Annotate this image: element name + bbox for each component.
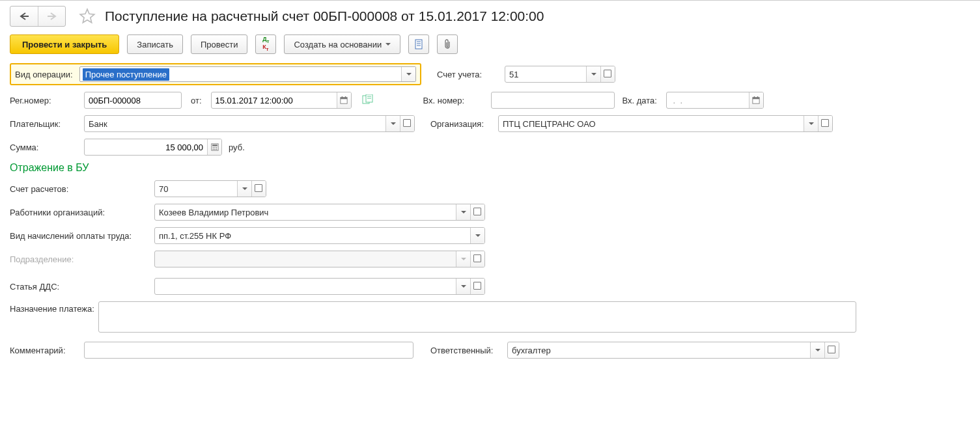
payer-field[interactable]: Банк bbox=[84, 115, 415, 132]
currency-label: руб. bbox=[229, 143, 245, 152]
subdivision-value bbox=[155, 251, 456, 267]
sum-input[interactable] bbox=[85, 139, 207, 155]
document-icon bbox=[413, 39, 424, 49]
organization-dropdown-button[interactable] bbox=[804, 116, 818, 131]
subdivision-dropdown-button bbox=[456, 251, 470, 267]
in-date-field[interactable] bbox=[666, 92, 764, 109]
document-icon-button[interactable] bbox=[408, 34, 429, 54]
subdivision-label: Подразделение: bbox=[10, 254, 154, 264]
in-number-field[interactable] bbox=[491, 92, 615, 109]
settlement-account-open-button[interactable] bbox=[251, 181, 266, 197]
reg-number-label: Рег.номер: bbox=[10, 96, 84, 105]
create-based-on-button[interactable]: Создать на основании bbox=[284, 34, 400, 54]
paperclip-icon bbox=[443, 39, 452, 49]
svg-point-20 bbox=[212, 147, 214, 148]
payment-purpose-textarea[interactable] bbox=[98, 301, 856, 333]
responsible-label: Ответственный: bbox=[430, 346, 507, 355]
payer-dropdown-button[interactable] bbox=[385, 116, 400, 131]
page-title: Поступление на расчетный счет 00БП-00000… bbox=[105, 8, 544, 24]
settlement-account-dropdown-button[interactable] bbox=[237, 181, 251, 197]
operation-type-value: Прочее поступление bbox=[83, 68, 169, 81]
account-dropdown-button[interactable] bbox=[586, 66, 600, 82]
account-field[interactable]: 51 bbox=[505, 66, 615, 83]
accrual-type-field[interactable]: пп.1, ст.255 НК РФ bbox=[154, 227, 485, 244]
attach-button[interactable] bbox=[437, 34, 458, 54]
payer-label: Плательщик: bbox=[10, 119, 84, 129]
employee-dropdown-button[interactable] bbox=[456, 204, 470, 220]
nav-forward-button[interactable] bbox=[38, 7, 65, 26]
in-number-input[interactable] bbox=[492, 92, 614, 108]
reg-number-input[interactable] bbox=[85, 92, 181, 108]
accrual-type-value: пп.1, ст.255 НК РФ bbox=[155, 228, 470, 243]
svg-rect-2 bbox=[415, 40, 422, 49]
employee-field[interactable]: Козеев Владимир Петрович bbox=[154, 204, 485, 221]
settlement-account-label: Счет расчетов: bbox=[10, 184, 154, 194]
operation-type-select[interactable]: Прочее поступление bbox=[79, 66, 416, 82]
calendar-icon bbox=[340, 96, 348, 104]
dt-kt-button[interactable]: ДтКт bbox=[255, 34, 276, 54]
in-number-label: Вх. номер: bbox=[423, 96, 491, 105]
bu-section-title: Отражение в БУ bbox=[10, 162, 970, 174]
responsible-field[interactable]: бухгалтер bbox=[507, 342, 839, 359]
dt-kt-icon: ДтКт bbox=[262, 36, 269, 52]
organization-field[interactable]: ПТЦ СПЕЦТРАНС ОАО bbox=[498, 115, 833, 132]
save-button[interactable]: Записать bbox=[127, 34, 183, 54]
dds-article-open-button[interactable] bbox=[470, 279, 484, 294]
calculator-icon bbox=[211, 143, 219, 151]
organization-value: ПТЦ СПЕЦТРАНС ОАО bbox=[499, 116, 804, 131]
in-date-label: Вх. дата: bbox=[623, 96, 661, 105]
employee-value: Козеев Владимир Петрович bbox=[155, 204, 456, 220]
svg-rect-19 bbox=[212, 144, 217, 146]
subdivision-open-button bbox=[470, 251, 484, 267]
svg-rect-15 bbox=[753, 98, 759, 100]
linked-doc-icon[interactable] bbox=[362, 94, 374, 107]
nav-back-button[interactable] bbox=[10, 7, 38, 26]
sum-field[interactable] bbox=[84, 139, 222, 156]
svg-point-22 bbox=[216, 147, 217, 148]
dds-article-label: Статья ДДС: bbox=[10, 282, 154, 292]
employees-label: Работники организаций: bbox=[10, 208, 154, 217]
comment-field[interactable] bbox=[84, 342, 413, 359]
favorite-star-icon[interactable] bbox=[79, 8, 96, 25]
dds-article-dropdown-button[interactable] bbox=[456, 279, 470, 294]
post-button[interactable]: Провести bbox=[191, 34, 248, 54]
date-calendar-button[interactable] bbox=[337, 92, 351, 108]
account-value: 51 bbox=[505, 66, 586, 82]
date-field[interactable] bbox=[211, 92, 352, 109]
settlement-account-field[interactable]: 70 bbox=[154, 180, 266, 197]
account-label: Счет учета: bbox=[437, 70, 505, 79]
payer-value: Банк bbox=[85, 116, 385, 131]
organization-open-button[interactable] bbox=[818, 116, 832, 131]
svg-point-24 bbox=[214, 149, 216, 150]
comment-input[interactable] bbox=[85, 342, 413, 358]
sum-calc-button[interactable] bbox=[207, 139, 221, 155]
svg-point-23 bbox=[212, 149, 214, 150]
responsible-open-button[interactable] bbox=[824, 342, 839, 358]
from-label: от: bbox=[191, 96, 206, 105]
date-input[interactable] bbox=[212, 92, 337, 108]
responsible-value: бухгалтер bbox=[508, 342, 810, 358]
operation-type-label: Вид операции: bbox=[15, 70, 77, 79]
organization-label: Организация: bbox=[430, 119, 498, 129]
dds-article-field[interactable] bbox=[154, 278, 485, 295]
accrual-type-dropdown-button[interactable] bbox=[470, 228, 484, 243]
reg-number-field[interactable] bbox=[84, 92, 182, 109]
accrual-type-label: Вид начислений оплаты труда: bbox=[10, 231, 154, 241]
sum-label: Сумма: bbox=[10, 143, 84, 152]
in-date-input[interactable] bbox=[667, 92, 749, 108]
account-open-button[interactable] bbox=[600, 66, 615, 82]
employee-open-button[interactable] bbox=[470, 204, 484, 220]
payer-open-button[interactable] bbox=[400, 116, 414, 131]
subdivision-field bbox=[154, 251, 485, 267]
operation-type-dropdown-button[interactable] bbox=[401, 67, 415, 81]
comment-label: Комментарий: bbox=[10, 346, 84, 355]
post-and-close-button[interactable]: Провести и закрыть bbox=[10, 34, 119, 54]
svg-rect-7 bbox=[341, 98, 347, 100]
in-date-calendar-button[interactable] bbox=[749, 92, 763, 108]
dds-article-value bbox=[155, 279, 456, 294]
payment-purpose-label: Назначение платежа: bbox=[10, 301, 98, 314]
settlement-account-value: 70 bbox=[155, 181, 237, 197]
svg-point-25 bbox=[216, 149, 217, 150]
responsible-dropdown-button[interactable] bbox=[810, 342, 824, 358]
calendar-icon bbox=[752, 96, 760, 104]
